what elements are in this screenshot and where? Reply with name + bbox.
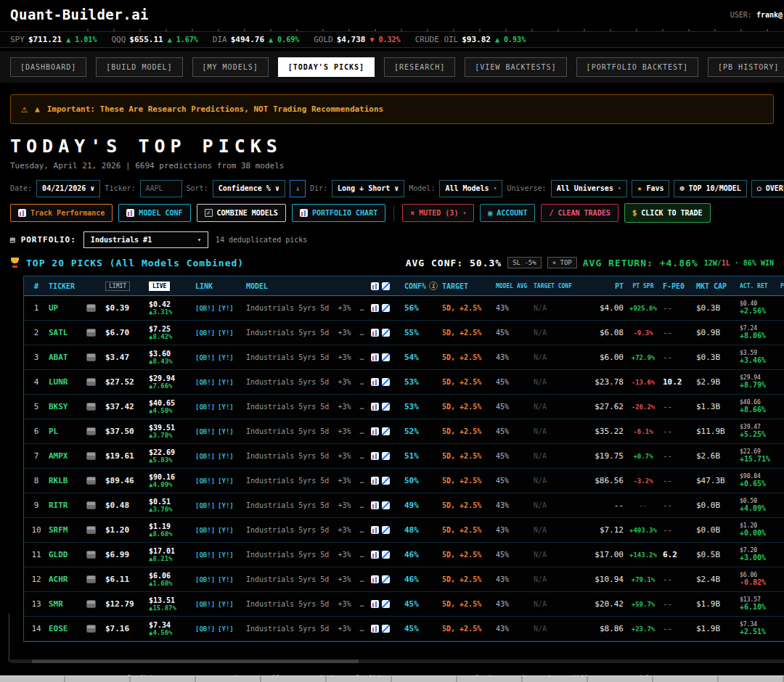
bar-chart-icon[interactable] [371,427,379,435]
bar-chart-icon[interactable] [371,600,379,608]
cell-model-name[interactable]: Industrials 5yrs 5d_ +3%_ … [246,477,371,485]
link-qb[interactable]: [QB!] [195,403,215,411]
cell-model-name[interactable]: Industrials 5yrs 5d_ +3%_ … [246,501,371,509]
info-icon[interactable]: i [429,282,438,290]
bar-chart-icon[interactable] [371,625,379,633]
bar-chart-icon[interactable] [371,526,379,534]
link-yahoo[interactable]: [Y!] [218,625,234,633]
line-chart-icon[interactable] [382,477,390,485]
bar-chart-icon[interactable] [371,575,379,583]
cell-model-name[interactable]: Industrials 5yrs 5d_ +3%_ … [246,403,371,411]
cell-ticker[interactable]: ABAT [49,353,86,362]
snapshot-icon[interactable] [86,575,96,583]
link-qb[interactable]: [QB!] [195,305,215,312]
line-chart-icon[interactable] [382,427,390,435]
line-chart-icon[interactable] [382,452,390,460]
portfolio-select[interactable]: Industrials #1 ▾ [83,231,208,248]
tab-pb-history[interactable]: [PB HISTORY] [708,57,784,77]
overlap-button[interactable]: ○ OVERLAP [751,180,784,197]
snapshot-icon[interactable] [86,378,96,386]
tab-view-backtests[interactable]: [VIEW BACKTESTS] [465,57,566,77]
ticker-input[interactable] [140,180,182,197]
cell-model-name[interactable]: Industrials 5yrs 5d_ +3%_ … [246,452,371,460]
col-model-avg[interactable]: MODEL AVG [496,283,534,289]
favs-button[interactable]: ★ Favs [632,180,670,197]
col-model[interactable]: MODEL [246,282,371,290]
line-chart-icon[interactable] [382,329,390,337]
tab-todays-picks[interactable]: [TODAY'S PICKS] [278,57,375,77]
top-filter-chip[interactable]: × TOP [547,257,577,268]
snapshot-icon[interactable] [86,403,96,411]
bar-chart-icon[interactable] [371,477,379,485]
clean-trades-button[interactable]: / CLEAN TRADES [541,204,618,222]
col-pt[interactable]: PT [579,282,624,290]
link-yahoo[interactable]: [Y!] [218,305,234,312]
model-select[interactable]: All Models ▾ [439,180,502,197]
cell-model-name[interactable]: Industrials 5yrs 5d_ +3%_ … [246,575,371,583]
line-chart-icon[interactable] [382,353,390,361]
scrollbar-thumb[interactable] [32,660,359,663]
cell-ticker[interactable]: UP [49,303,86,313]
col-live[interactable]: LIVE [149,282,195,291]
link-yahoo[interactable]: [Y!] [218,601,234,608]
cell-ticker[interactable]: SATL [49,328,86,337]
portfolio-chart-button[interactable]: PORTFOLIO CHART [292,204,385,222]
account-button[interactable]: ▣ ACCOUNT [480,204,535,222]
click-to-trade-button[interactable]: $ CLICK TO TRADE [624,203,711,223]
bar-chart-icon[interactable] [371,353,379,361]
cell-ticker[interactable]: BKSY [49,402,86,411]
col-pt-spr[interactable]: PT SPR [624,283,663,289]
link-yahoo[interactable]: [Y!] [218,403,234,411]
line-chart-icon[interactable] [382,304,390,312]
link-yahoo[interactable]: [Y!] [218,527,234,534]
cell-ticker[interactable]: LUNR [49,377,86,387]
col-conf[interactable]: CONF% i [404,282,442,290]
snapshot-icon[interactable] [86,353,96,361]
snapshot-icon[interactable] [86,526,96,534]
os-taskbar[interactable] [0,675,784,682]
snapshot-icon[interactable] [86,329,96,337]
cell-model-name[interactable]: Industrials 5yrs 5d_ +3%_ … [246,600,371,608]
cell-ticker[interactable]: ACHR [49,575,86,584]
cell-ticker[interactable]: GLDD [49,550,86,559]
direction-select[interactable]: Long + Short ∨ [332,180,404,197]
snapshot-icon[interactable] [86,551,96,559]
col-limit[interactable]: LIMIT [105,282,149,291]
bar-chart-icon[interactable] [371,329,379,337]
link-qb[interactable]: [QB!] [195,477,215,485]
bar-chart-icon[interactable] [371,304,379,312]
tab-research[interactable]: [RESEARCH] [384,57,455,77]
snapshot-icon[interactable] [86,452,96,460]
cell-ticker[interactable]: RKLB [49,476,86,485]
cell-ticker[interactable]: EOSE [49,624,86,633]
horizontal-scrollbar[interactable] [10,660,784,663]
col-mkt-cap[interactable]: MKT CAP [696,282,740,290]
link-qb[interactable]: [QB!] [195,527,215,534]
col-act-ret[interactable]: ACT. RET [740,283,780,289]
link-qb[interactable]: [QB!] [195,601,215,608]
link-qb[interactable]: [QB!] [195,625,215,633]
track-performance-button[interactable]: Track Performance [10,204,113,222]
bar-chart-icon[interactable] [371,452,379,460]
snapshot-icon[interactable] [86,477,96,485]
link-yahoo[interactable]: [Y!] [218,379,234,386]
link-qb[interactable]: [QB!] [195,551,215,559]
line-chart-icon[interactable] [382,526,390,534]
cell-model-name[interactable]: Industrials 5yrs 5d_ +3%_ … [246,353,371,361]
cell-ticker[interactable]: RITR [49,501,86,510]
link-yahoo[interactable]: [Y!] [218,453,234,460]
link-qb[interactable]: [QB!] [195,379,215,386]
bar-chart-icon[interactable] [371,403,379,411]
cell-ticker[interactable]: AMPX [49,451,86,461]
cell-model-name[interactable]: Industrials 5yrs 5d_ +3%_ … [246,304,371,312]
col-target[interactable]: TARGET [442,282,496,290]
col-target-conf[interactable]: TARGET CONF [534,283,579,289]
link-qb[interactable]: [QB!] [195,576,215,583]
link-yahoo[interactable]: [Y!] [218,428,234,435]
top10-per-model-button[interactable]: ⊕ TOP 10/MODEL [674,180,746,197]
line-chart-icon[interactable] [382,600,390,608]
tab-dashboard[interactable]: [DASHBOARD] [10,57,86,77]
stop-loss-chip[interactable]: SL -5% [507,257,542,268]
line-chart-icon[interactable] [382,625,390,633]
muted-button[interactable]: × MUTED (3) ▾ [402,204,474,222]
